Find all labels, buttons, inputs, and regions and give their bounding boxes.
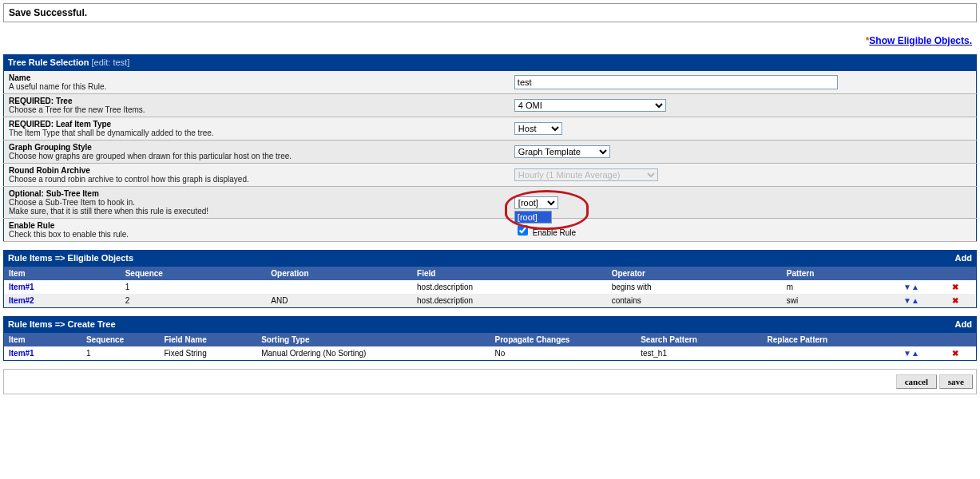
eligible-add-link[interactable]: Add	[955, 253, 972, 263]
delete-icon[interactable]: ✖	[952, 296, 958, 305]
move-down-icon[interactable]: ▼	[903, 296, 911, 305]
createtree-header: Rule Items => Create Tree Add	[3, 316, 977, 332]
tree-label: REQUIRED: Tree	[9, 97, 505, 105]
cancel-button[interactable]: cancel	[896, 374, 937, 389]
leaf-label: REQUIRED: Leaf Item Type	[9, 120, 505, 129]
move-up-icon[interactable]: ▲	[911, 283, 919, 291]
enable-label: Enable Rule	[9, 221, 505, 230]
group-select[interactable]: Graph Template	[514, 145, 610, 158]
enable-desc: Check this box to enable this rule.	[9, 230, 505, 239]
table-row: Item#1 1 Fixed String Manual Ordering (N…	[4, 346, 977, 361]
status-message: Save Successful.	[3, 3, 977, 22]
leaf-select[interactable]: Host	[514, 122, 562, 135]
delete-icon[interactable]: ✖	[952, 349, 958, 358]
rra-select: Hourly (1 Minute Average)	[514, 168, 658, 181]
delete-icon[interactable]: ✖	[952, 283, 958, 291]
enable-checkbox[interactable]	[518, 225, 528, 236]
button-row: cancel save	[3, 369, 977, 394]
selection-header: Tree Rule Selection [edit: test]	[3, 54, 977, 70]
subtree-desc2: Make sure, that it is still there when t…	[9, 207, 505, 216]
group-desc: Choose how graphs are grouped when drawn…	[9, 152, 505, 160]
tree-select[interactable]: 4 OMI	[514, 99, 666, 112]
move-up-icon[interactable]: ▲	[911, 296, 919, 305]
eligible-header: Rule Items => Eligible Objects Add	[3, 250, 977, 266]
eligible-table: Item Sequence Operation Field Operator P…	[3, 266, 977, 308]
rra-desc: Choose a round robin archive to control …	[9, 175, 505, 184]
createtree-columns: Item Sequence Field Name Sorting Type Pr…	[4, 333, 977, 347]
name-desc: A useful name for this Rule.	[9, 82, 505, 91]
createtree-table: Item Sequence Field Name Sorting Type Pr…	[3, 332, 977, 361]
leaf-desc: The Item Type that shall be dynamically …	[9, 129, 505, 137]
subtree-select[interactable]: [root]	[514, 196, 558, 209]
move-down-icon[interactable]: ▼	[903, 283, 911, 291]
enable-checkbox-label: Enable Rule	[533, 228, 576, 237]
name-label: Name	[9, 73, 505, 82]
name-input[interactable]	[514, 75, 838, 89]
eligible-columns: Item Sequence Operation Field Operator P…	[4, 267, 977, 281]
table-row: Item#1 1 host.description begins with m …	[4, 280, 977, 294]
subtree-desc: Choose a Sub-Tree Item to hook in.	[9, 198, 505, 207]
move-up-icon[interactable]: ▲	[911, 349, 919, 358]
tree-desc: Choose a Tree for the new Tree Items.	[9, 105, 505, 114]
group-label: Graph Grouping Style	[9, 143, 505, 152]
move-down-icon[interactable]: ▼	[903, 349, 911, 358]
rra-label: Round Robin Archive	[9, 166, 505, 175]
createtree-item-link[interactable]: Item#1	[9, 349, 34, 358]
subtree-option-root[interactable]: [root]	[515, 212, 551, 223]
selection-form: NameA useful name for this Rule. REQUIRE…	[3, 70, 977, 242]
subtree-label: Optional: Sub-Tree Item	[9, 189, 505, 198]
table-row: Item#2 2 AND host.description contains s…	[4, 294, 977, 308]
show-eligible-link[interactable]: Show Eligible Objects.	[869, 35, 972, 46]
save-button[interactable]: save	[939, 374, 973, 389]
createtree-add-link[interactable]: Add	[955, 319, 972, 329]
eligible-item-link[interactable]: Item#2	[9, 296, 34, 305]
eligible-item-link[interactable]: Item#1	[9, 283, 34, 291]
